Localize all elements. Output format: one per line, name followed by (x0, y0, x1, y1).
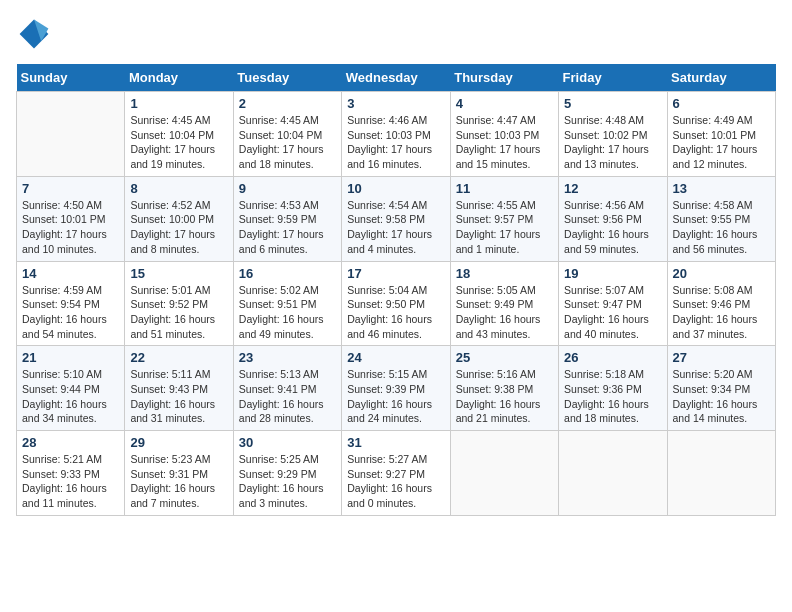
day-number: 31 (347, 435, 444, 450)
day-number: 19 (564, 266, 661, 281)
day-number: 21 (22, 350, 119, 365)
day-number: 2 (239, 96, 336, 111)
day-info: Sunrise: 5:08 AMSunset: 9:46 PMDaylight:… (673, 283, 770, 342)
day-info: Sunrise: 5:23 AMSunset: 9:31 PMDaylight:… (130, 452, 227, 511)
day-number: 4 (456, 96, 553, 111)
day-info: Sunrise: 4:48 AMSunset: 10:02 PMDaylight… (564, 113, 661, 172)
day-info: Sunrise: 4:53 AMSunset: 9:59 PMDaylight:… (239, 198, 336, 257)
logo (16, 16, 56, 52)
day-number: 1 (130, 96, 227, 111)
logo-icon (16, 16, 52, 52)
day-number: 30 (239, 435, 336, 450)
column-header-monday: Monday (125, 64, 233, 92)
day-info: Sunrise: 5:16 AMSunset: 9:38 PMDaylight:… (456, 367, 553, 426)
week-row-2: 7Sunrise: 4:50 AMSunset: 10:01 PMDayligh… (17, 176, 776, 261)
day-info: Sunrise: 5:21 AMSunset: 9:33 PMDaylight:… (22, 452, 119, 511)
day-number: 6 (673, 96, 770, 111)
header (16, 16, 776, 52)
day-number: 28 (22, 435, 119, 450)
day-number: 23 (239, 350, 336, 365)
day-info: Sunrise: 4:47 AMSunset: 10:03 PMDaylight… (456, 113, 553, 172)
calendar-cell: 5Sunrise: 4:48 AMSunset: 10:02 PMDayligh… (559, 92, 667, 177)
day-number: 12 (564, 181, 661, 196)
day-info: Sunrise: 5:15 AMSunset: 9:39 PMDaylight:… (347, 367, 444, 426)
week-row-1: 1Sunrise: 4:45 AMSunset: 10:04 PMDayligh… (17, 92, 776, 177)
day-info: Sunrise: 4:45 AMSunset: 10:04 PMDaylight… (239, 113, 336, 172)
day-number: 18 (456, 266, 553, 281)
calendar-cell (450, 431, 558, 516)
day-info: Sunrise: 4:45 AMSunset: 10:04 PMDaylight… (130, 113, 227, 172)
calendar-cell: 6Sunrise: 4:49 AMSunset: 10:01 PMDayligh… (667, 92, 775, 177)
day-info: Sunrise: 4:50 AMSunset: 10:01 PMDaylight… (22, 198, 119, 257)
calendar-cell: 23Sunrise: 5:13 AMSunset: 9:41 PMDayligh… (233, 346, 341, 431)
calendar-cell: 8Sunrise: 4:52 AMSunset: 10:00 PMDayligh… (125, 176, 233, 261)
day-number: 25 (456, 350, 553, 365)
day-info: Sunrise: 4:54 AMSunset: 9:58 PMDaylight:… (347, 198, 444, 257)
column-header-tuesday: Tuesday (233, 64, 341, 92)
calendar-cell: 18Sunrise: 5:05 AMSunset: 9:49 PMDayligh… (450, 261, 558, 346)
column-header-sunday: Sunday (17, 64, 125, 92)
day-info: Sunrise: 5:20 AMSunset: 9:34 PMDaylight:… (673, 367, 770, 426)
week-row-5: 28Sunrise: 5:21 AMSunset: 9:33 PMDayligh… (17, 431, 776, 516)
day-info: Sunrise: 5:13 AMSunset: 9:41 PMDaylight:… (239, 367, 336, 426)
calendar-cell: 26Sunrise: 5:18 AMSunset: 9:36 PMDayligh… (559, 346, 667, 431)
calendar-cell: 13Sunrise: 4:58 AMSunset: 9:55 PMDayligh… (667, 176, 775, 261)
column-header-saturday: Saturday (667, 64, 775, 92)
day-info: Sunrise: 5:18 AMSunset: 9:36 PMDaylight:… (564, 367, 661, 426)
day-info: Sunrise: 4:49 AMSunset: 10:01 PMDaylight… (673, 113, 770, 172)
calendar-cell: 31Sunrise: 5:27 AMSunset: 9:27 PMDayligh… (342, 431, 450, 516)
day-number: 15 (130, 266, 227, 281)
calendar-cell: 28Sunrise: 5:21 AMSunset: 9:33 PMDayligh… (17, 431, 125, 516)
day-number: 3 (347, 96, 444, 111)
day-info: Sunrise: 4:55 AMSunset: 9:57 PMDaylight:… (456, 198, 553, 257)
calendar-cell: 21Sunrise: 5:10 AMSunset: 9:44 PMDayligh… (17, 346, 125, 431)
day-info: Sunrise: 5:01 AMSunset: 9:52 PMDaylight:… (130, 283, 227, 342)
day-info: Sunrise: 5:11 AMSunset: 9:43 PMDaylight:… (130, 367, 227, 426)
calendar-cell: 7Sunrise: 4:50 AMSunset: 10:01 PMDayligh… (17, 176, 125, 261)
day-number: 29 (130, 435, 227, 450)
day-info: Sunrise: 5:07 AMSunset: 9:47 PMDaylight:… (564, 283, 661, 342)
day-number: 5 (564, 96, 661, 111)
day-info: Sunrise: 5:10 AMSunset: 9:44 PMDaylight:… (22, 367, 119, 426)
calendar-cell: 22Sunrise: 5:11 AMSunset: 9:43 PMDayligh… (125, 346, 233, 431)
day-number: 10 (347, 181, 444, 196)
calendar-cell: 3Sunrise: 4:46 AMSunset: 10:03 PMDayligh… (342, 92, 450, 177)
calendar-table: SundayMondayTuesdayWednesdayThursdayFrid… (16, 64, 776, 516)
column-header-wednesday: Wednesday (342, 64, 450, 92)
day-number: 9 (239, 181, 336, 196)
week-row-4: 21Sunrise: 5:10 AMSunset: 9:44 PMDayligh… (17, 346, 776, 431)
day-number: 11 (456, 181, 553, 196)
day-number: 27 (673, 350, 770, 365)
day-info: Sunrise: 4:52 AMSunset: 10:00 PMDaylight… (130, 198, 227, 257)
calendar-cell: 20Sunrise: 5:08 AMSunset: 9:46 PMDayligh… (667, 261, 775, 346)
day-number: 14 (22, 266, 119, 281)
day-number: 13 (673, 181, 770, 196)
column-header-friday: Friday (559, 64, 667, 92)
calendar-cell: 10Sunrise: 4:54 AMSunset: 9:58 PMDayligh… (342, 176, 450, 261)
calendar-cell (667, 431, 775, 516)
day-info: Sunrise: 5:02 AMSunset: 9:51 PMDaylight:… (239, 283, 336, 342)
calendar-cell: 1Sunrise: 4:45 AMSunset: 10:04 PMDayligh… (125, 92, 233, 177)
calendar-cell: 19Sunrise: 5:07 AMSunset: 9:47 PMDayligh… (559, 261, 667, 346)
calendar-cell: 30Sunrise: 5:25 AMSunset: 9:29 PMDayligh… (233, 431, 341, 516)
calendar-cell: 25Sunrise: 5:16 AMSunset: 9:38 PMDayligh… (450, 346, 558, 431)
calendar-cell: 15Sunrise: 5:01 AMSunset: 9:52 PMDayligh… (125, 261, 233, 346)
day-info: Sunrise: 5:04 AMSunset: 9:50 PMDaylight:… (347, 283, 444, 342)
calendar-cell: 17Sunrise: 5:04 AMSunset: 9:50 PMDayligh… (342, 261, 450, 346)
day-number: 22 (130, 350, 227, 365)
day-number: 7 (22, 181, 119, 196)
day-info: Sunrise: 4:59 AMSunset: 9:54 PMDaylight:… (22, 283, 119, 342)
calendar-cell: 16Sunrise: 5:02 AMSunset: 9:51 PMDayligh… (233, 261, 341, 346)
day-info: Sunrise: 5:05 AMSunset: 9:49 PMDaylight:… (456, 283, 553, 342)
calendar-cell: 29Sunrise: 5:23 AMSunset: 9:31 PMDayligh… (125, 431, 233, 516)
week-row-3: 14Sunrise: 4:59 AMSunset: 9:54 PMDayligh… (17, 261, 776, 346)
calendar-header-row: SundayMondayTuesdayWednesdayThursdayFrid… (17, 64, 776, 92)
calendar-cell: 9Sunrise: 4:53 AMSunset: 9:59 PMDaylight… (233, 176, 341, 261)
calendar-cell (559, 431, 667, 516)
day-info: Sunrise: 5:27 AMSunset: 9:27 PMDaylight:… (347, 452, 444, 511)
day-number: 17 (347, 266, 444, 281)
calendar-cell: 27Sunrise: 5:20 AMSunset: 9:34 PMDayligh… (667, 346, 775, 431)
calendar-cell: 24Sunrise: 5:15 AMSunset: 9:39 PMDayligh… (342, 346, 450, 431)
column-header-thursday: Thursday (450, 64, 558, 92)
calendar-cell: 2Sunrise: 4:45 AMSunset: 10:04 PMDayligh… (233, 92, 341, 177)
